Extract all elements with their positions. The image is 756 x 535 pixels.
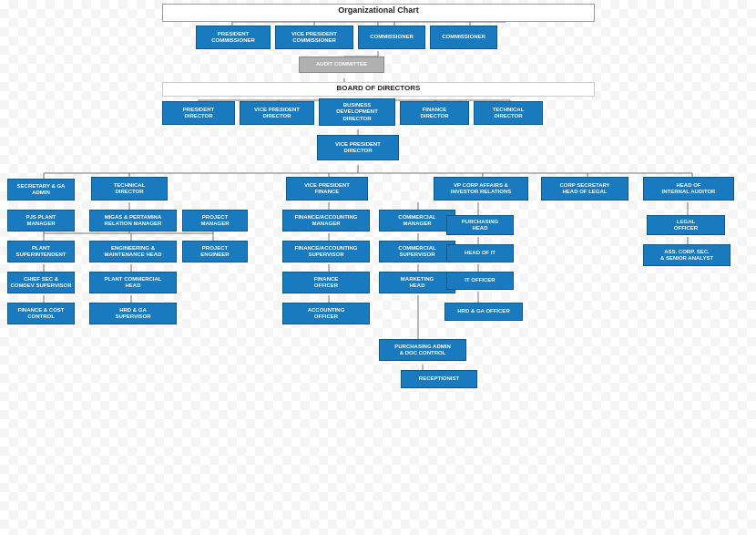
project-engineer-box: PROJECTENGINEER [182,241,248,262]
accounting-officer-box: ACCOUNTINGOFFICER [282,303,370,324]
plant-commercial-box: PLANT COMMERCIALHEAD [89,272,177,293]
finance-accounting-sup-box: FINANCE/ACCOUNTINGSUPERVISOR [282,241,370,262]
receptionist-box: RECEPTIONIST [401,370,477,388]
bizdev-director-box: BUSINESSDEVELOPMENTDIRECTOR [319,98,395,126]
finance-director-box: FINANCEDIRECTOR [400,101,469,125]
commercial-supervisor-box: COMMERCIALSUPERVISOR [379,241,455,262]
technical-director-box: TECHNICALDIRECTOR [474,101,543,125]
commissioner1-box: COMMISSIONER [358,26,425,49]
finance-cost-box: FINANCE & COSTCONTROL [7,303,75,324]
pjs-plant-box: PJS PLANTMANAGER [7,210,75,231]
vp-commissioner-box: VICE PRESIDENTCOMMISSIONER [275,26,353,49]
head-it-box: HEAD OF IT [446,244,514,262]
migas-pertamina-box: MIGAS & PERTAMINARELATION MANAGER [89,210,177,231]
audit-committee-box: AUDIT COMMITTEE [299,57,384,73]
corp-secretary-box: CORP SECRETARYHEAD OF LEGAL [541,177,628,201]
chief-sec-box: CHIEF SEC &COMDEV SUPERVISOR [7,272,75,293]
president-director-box: PRESIDENTDIRECTOR [162,101,235,125]
hrd-ga-officer-box: HRD & GA OFFICER [444,303,523,321]
board-commissioners-title: Organizational Chart [162,5,595,15]
project-manager-box: PROJECTMANAGER [182,210,248,231]
connector-lines [0,0,756,535]
purchasing-admin-box: PURCHASING ADMIN& DOC CONTROL [379,339,466,361]
vp-director2-box: VICE PRESIDENTDIRECTOR [317,135,399,160]
eng-maintenance-box: ENGINEERING &MAINTENANCE HEAD [89,241,177,262]
purchasing-head-box: PURCHASINGHEAD [446,215,514,235]
head-internal-auditor-box: HEAD OFINTERNAL AUDITOR [643,177,734,201]
finance-accounting-mgr-box: FINANCE/ACCOUNTINGMANAGER [282,210,370,231]
legal-officer-box: LEGALOFFICER [647,215,725,235]
chart-content: Organizational Chart PRESIDENTCOMMISSION… [0,0,756,535]
marketing-head-box: MARKETINGHEAD [379,272,455,293]
technical-director2-box: TECHNICALDIRECTOR [91,177,168,201]
commercial-manager-box: COMMERCIALMANAGER [379,210,455,231]
org-chart-wrapper: Organizational Chart PRESIDENTCOMMISSION… [0,0,756,535]
hrd-ga-sup-box: HRD & GASUPERVISOR [89,303,177,324]
secretary-ga-box: SECRETARY & GAADMIN [7,179,75,201]
president-commissioner-box: PRESIDENTCOMMISSIONER [196,26,271,49]
commissioner2-box: COMMISSIONER [430,26,497,49]
vp-director-box: VICE PRESIDENTDIRECTOR [240,101,314,125]
finance-officer-box: FINANCEOFFICER [282,272,370,293]
plant-superintendent-box: PLANTSUPERINTENDENT [7,241,75,262]
vp-finance-box: VICE PRESIDENTFINANCE [286,177,368,201]
board-directors-title: BOARD OF DIRECTORS [162,83,595,92]
ass-corp-sec-box: ASS. CORP. SEC.& SENIOR ANALYST [643,244,730,266]
it-officer-box: IT OFFICER [446,272,514,290]
vp-corp-affairs-box: VP CORP AFFAIRS &INVESTOR RELATIONS [434,177,528,201]
